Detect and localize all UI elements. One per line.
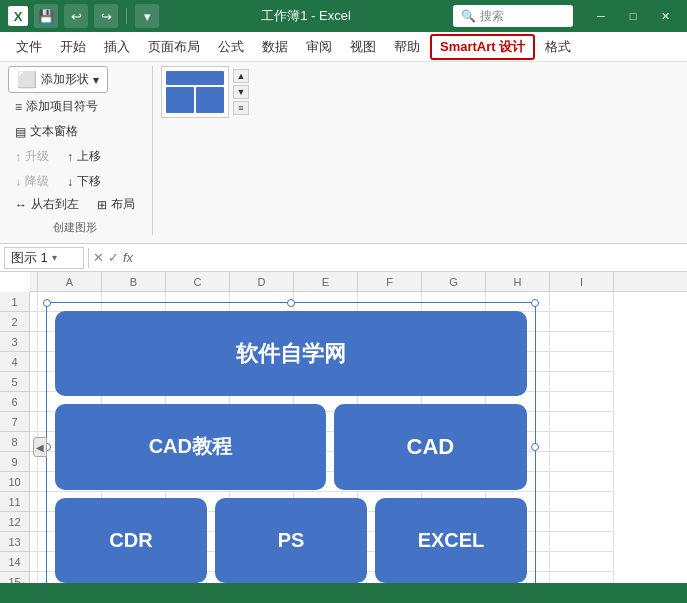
style-scroll: ▲ ▼ ≡ (233, 69, 249, 115)
upgrade-button[interactable]: ↑ 升级 (8, 145, 56, 168)
expand-arrow-button[interactable]: ◀ (33, 437, 47, 457)
scroll-expand-button[interactable]: ≡ (233, 101, 249, 115)
move-down-button[interactable]: ↓ 下移 (60, 170, 108, 193)
menu-help[interactable]: 帮助 (386, 34, 428, 60)
downgrade-icon: ↓ (15, 175, 21, 189)
smartart-bot-left-box[interactable]: CDR (55, 498, 207, 583)
upgrade-label: 升级 (25, 148, 49, 165)
add-shape-label: 添加形状 (41, 71, 89, 88)
textpane-icon: ▤ (15, 125, 26, 139)
row-1: 1 (0, 292, 30, 312)
cell-i2[interactable] (550, 312, 614, 332)
menu-formula[interactable]: 公式 (210, 34, 252, 60)
menu-smartart-design[interactable]: SmartArt 设计 (430, 34, 535, 60)
formula-icons: ✕ ✓ fx (93, 250, 133, 265)
minimize-button[interactable]: ─ (587, 5, 615, 27)
handle-top-right[interactable] (531, 299, 539, 307)
ribbon-group-style: ▲ ▼ ≡ 版式 (161, 66, 259, 118)
smartart-bot-mid-label: PS (278, 529, 305, 552)
handle-top-mid[interactable] (287, 299, 295, 307)
row-3: 3 (0, 332, 30, 352)
rtl-icon: ↔ (15, 198, 27, 212)
ribbon: ⬜ 添加形状 ▾ ≡ 添加项目符号 ▤ 文本窗格 ↑ 升级 ↓ 降 (0, 62, 687, 244)
create-group-label: 创建图形 (8, 220, 142, 235)
smartart-bottom-row: CDR PS EXCEL (55, 498, 527, 583)
row-5: 5 (0, 372, 30, 392)
confirm-icon[interactable]: ✓ (108, 250, 119, 265)
cancel-icon[interactable]: ✕ (93, 250, 104, 265)
row-13: 13 (0, 532, 30, 552)
save-button[interactable]: 💾 (34, 4, 58, 28)
formula-bar: 图示 1 ▾ ✕ ✓ fx (0, 244, 687, 272)
row-12: 12 (0, 512, 30, 532)
smartart-bot-mid-box[interactable]: PS (215, 498, 367, 583)
upgrade-icon: ↑ (15, 150, 21, 164)
col-header-i: I (550, 272, 614, 291)
close-button[interactable]: ✕ (651, 5, 679, 27)
row-10: 10 (0, 472, 30, 492)
row-7: 7 (0, 412, 30, 432)
smartart-mid-left-box[interactable]: CAD教程 (55, 404, 326, 489)
fx-icon[interactable]: fx (123, 250, 133, 265)
redo-button[interactable]: ↪ (94, 4, 118, 28)
smartart-diagram[interactable]: ◀ 软件自学网 CAD教程 CAD (46, 302, 536, 592)
smartart-bot-right-box[interactable]: EXCEL (375, 498, 527, 583)
smartart-mid-right-box[interactable]: CAD (334, 404, 527, 489)
cell-extra-1[interactable] (30, 292, 38, 312)
customize-button[interactable]: ▾ (135, 4, 159, 28)
style-preview[interactable] (161, 66, 229, 118)
add-bullet-label: 添加项目符号 (26, 98, 98, 115)
col-header-c: C (166, 272, 230, 291)
search-box[interactable]: 🔍 搜索 (453, 5, 573, 27)
cell-extra-2[interactable] (30, 312, 38, 332)
rtl-label: 从右到左 (31, 196, 79, 213)
excel-logo: X (8, 6, 28, 26)
menu-data[interactable]: 数据 (254, 34, 296, 60)
shape-icon: ⬜ (17, 70, 37, 89)
layout-button[interactable]: ⊞ 布局 (90, 193, 142, 216)
menu-format[interactable]: 格式 (537, 34, 579, 60)
undo-button[interactable]: ↩ (64, 4, 88, 28)
menu-view[interactable]: 视图 (342, 34, 384, 60)
text-pane-button[interactable]: ▤ 文本窗格 (8, 120, 108, 143)
row-8: 8 (0, 432, 30, 452)
downgrade-label: 降级 (25, 173, 49, 190)
namebox-dropdown[interactable]: ▾ (52, 252, 57, 263)
search-placeholder: 搜索 (480, 8, 504, 25)
maximize-button[interactable]: □ (619, 5, 647, 27)
scroll-up-button[interactable]: ▲ (233, 69, 249, 83)
add-bullet-button[interactable]: ≡ 添加项目符号 (8, 95, 108, 118)
cell-i1[interactable] (550, 292, 614, 312)
create-buttons: ⬜ 添加形状 ▾ ≡ 添加项目符号 ▤ 文本窗格 (8, 66, 108, 143)
handle-top-left[interactable] (43, 299, 51, 307)
search-icon: 🔍 (461, 9, 476, 23)
scroll-down-button[interactable]: ▼ (233, 85, 249, 99)
downgrade-button[interactable]: ↓ 降级 (8, 170, 56, 193)
col-header-f: F (358, 272, 422, 291)
smartart-mid-right-label: CAD (407, 434, 455, 460)
move-up-button[interactable]: ↑ 上移 (60, 145, 108, 168)
name-box[interactable]: 图示 1 ▾ (4, 247, 84, 269)
rows-area: 1 2 3 4 5 6 7 8 9 10 11 12 13 14 15 16 (0, 292, 687, 603)
title-bar: X 💾 ↩ ↪ ▾ 工作簿1 - Excel 🔍 搜索 ─ □ ✕ (0, 0, 687, 32)
smartart-mid-left-label: CAD教程 (149, 433, 232, 460)
separator (126, 8, 127, 24)
row-numbers: 1 2 3 4 5 6 7 8 9 10 11 12 13 14 15 16 (0, 292, 30, 603)
menu-home[interactable]: 开始 (52, 34, 94, 60)
menu-insert[interactable]: 插入 (96, 34, 138, 60)
handle-mid-right[interactable] (531, 443, 539, 451)
smartart-top-label: 软件自学网 (236, 339, 346, 369)
smartart-top-box[interactable]: 软件自学网 (55, 311, 527, 396)
add-shape-button[interactable]: ⬜ 添加形状 ▾ (8, 66, 108, 93)
menu-file[interactable]: 文件 (8, 34, 50, 60)
menu-review[interactable]: 审阅 (298, 34, 340, 60)
menu-pagelayout[interactable]: 页面布局 (140, 34, 208, 60)
row-2: 2 (0, 312, 30, 332)
rtl-button[interactable]: ↔ 从右到左 (8, 193, 86, 216)
menu-bar: 文件 开始 插入 页面布局 公式 数据 审阅 视图 帮助 SmartArt 设计… (0, 32, 687, 62)
col-header-b: B (102, 272, 166, 291)
row-6: 6 (0, 392, 30, 412)
spreadsheet: A B C D E F G H I 1 2 3 4 5 6 7 8 9 10 1… (0, 272, 687, 603)
moveup-icon: ↑ (67, 150, 73, 164)
window-title: 工作簿1 - Excel (165, 7, 447, 25)
